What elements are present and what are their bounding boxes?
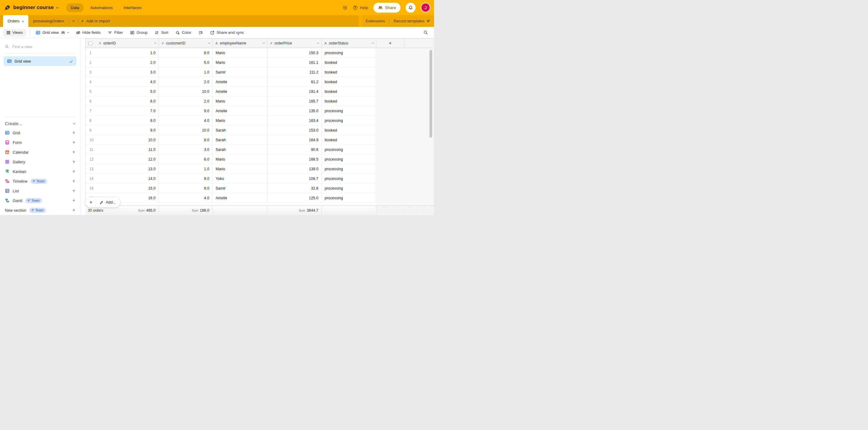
cell-employeeName[interactable]: Mario: [213, 116, 267, 125]
cell-employeeName[interactable]: Mario: [213, 164, 267, 174]
select-all-checkbox[interactable]: [89, 41, 92, 45]
cell-orderPrice[interactable]: 168.5: [267, 154, 322, 164]
cell-orderPrice[interactable]: 165.7: [267, 96, 322, 106]
create-item-grid[interactable]: Grid +: [0, 128, 80, 138]
add-view-button[interactable]: +: [72, 207, 75, 213]
help-button[interactable]: Help: [353, 5, 368, 10]
cell-orderStatus[interactable]: booked: [322, 87, 376, 96]
cell-orderID[interactable]: 2 2.0: [86, 58, 159, 67]
column-header-orderID[interactable]: # orderID: [85, 39, 159, 48]
cell-orderStatus[interactable]: booked: [322, 58, 376, 67]
avatar[interactable]: J: [421, 3, 430, 12]
cell-orderStatus[interactable]: booked: [322, 135, 376, 145]
column-header-orderStatus[interactable]: A orderStatus: [322, 39, 376, 48]
cell-customerID[interactable]: 10.0: [159, 125, 213, 135]
create-item-form[interactable]: Form +: [0, 138, 80, 147]
cell-employeeName[interactable]: Sarah: [213, 125, 267, 135]
cell-orderStatus[interactable]: booked: [322, 67, 376, 77]
cell-employeeName[interactable]: Yoko: [213, 174, 267, 183]
cell-orderID[interactable]: 12 12.0: [86, 154, 159, 164]
tab-data[interactable]: Data: [66, 3, 84, 12]
add-view-button[interactable]: +: [72, 140, 75, 145]
create-item-gantt[interactable]: Gantt Team +: [0, 196, 80, 205]
cell-customerID[interactable]: 1.0: [159, 164, 213, 174]
tab-interfaces[interactable]: Interfaces: [119, 3, 146, 12]
add-view-button[interactable]: +: [72, 159, 75, 165]
cell-orderPrice[interactable]: 161.1: [267, 58, 322, 67]
chevron-down-icon[interactable]: [208, 42, 210, 44]
cell-employeeName[interactable]: Samir: [213, 67, 267, 77]
cell-orderStatus[interactable]: processing: [322, 154, 376, 164]
share-and-sync-button[interactable]: Share and sync: [208, 29, 246, 36]
column-header-employeeName[interactable]: A employeeName: [213, 39, 267, 48]
cell-orderStatus[interactable]: processing: [322, 193, 376, 203]
find-view-search[interactable]: [5, 42, 75, 51]
sort-button[interactable]: Sort: [152, 29, 170, 36]
vertical-scrollbar[interactable]: [430, 50, 432, 138]
tab-orders[interactable]: Orders: [3, 15, 28, 27]
cell-customerID[interactable]: 2.0: [159, 77, 213, 86]
cell-orderID[interactable]: 13 13.0: [86, 164, 159, 174]
cell-orderID[interactable]: 14 14.0: [86, 174, 159, 183]
cell-orderPrice[interactable]: 191.4: [267, 87, 322, 96]
cell-customerID[interactable]: 5.0: [159, 58, 213, 67]
add-view-button[interactable]: +: [72, 188, 75, 194]
cell-customerID[interactable]: 8.0: [159, 48, 213, 57]
cell-orderPrice[interactable]: 125.0: [267, 193, 322, 203]
cell-orderID[interactable]: 6 6.0: [86, 96, 159, 106]
create-item-timeline[interactable]: Timeline Team +: [0, 176, 80, 186]
tab-automations[interactable]: Automations: [86, 3, 117, 12]
cell-orderStatus[interactable]: processing: [322, 116, 376, 125]
history-icon[interactable]: [342, 5, 348, 10]
color-button[interactable]: Color: [173, 29, 193, 36]
tab-processing-orders[interactable]: processingOrders: [28, 19, 69, 23]
cell-orderStatus[interactable]: processing: [322, 164, 376, 174]
cell-orderID[interactable]: 9 9.0: [86, 125, 159, 135]
add-view-button[interactable]: +: [72, 178, 75, 184]
cell-orderID[interactable]: 5 5.0: [86, 87, 159, 96]
column-header-orderPrice[interactable]: # orderPrice: [267, 39, 322, 48]
group-button[interactable]: Group: [128, 29, 150, 36]
hide-fields-button[interactable]: Hide fields: [74, 29, 103, 36]
share-button[interactable]: Share: [373, 3, 401, 13]
views-button[interactable]: Views: [3, 29, 26, 36]
cell-employeeName[interactable]: Amelie: [213, 77, 267, 86]
base-switcher[interactable]: beginner course: [4, 4, 58, 11]
cell-orderID[interactable]: 3 3.0: [86, 67, 159, 77]
filter-button[interactable]: Filter: [105, 29, 125, 36]
cell-customerID[interactable]: 4.0: [159, 116, 213, 125]
notifications-button[interactable]: [406, 3, 415, 13]
row-height-button[interactable]: [196, 29, 205, 36]
add-view-button[interactable]: +: [72, 169, 75, 174]
create-item-kanban[interactable]: Kanban +: [0, 167, 80, 176]
sidebar-view-grid-view[interactable]: Grid view: [4, 56, 76, 66]
sum-customerID[interactable]: Sum 166.0: [192, 208, 209, 212]
column-header-customerID[interactable]: # customerID: [159, 39, 213, 48]
cell-orderPrice[interactable]: 164.9: [267, 135, 322, 145]
cell-customerID[interactable]: 8.0: [159, 135, 213, 145]
ai-add-button[interactable]: Add...: [99, 200, 116, 204]
cell-orderStatus[interactable]: booked: [322, 125, 376, 135]
cell-orderID[interactable]: 10 10.0: [86, 135, 159, 145]
cell-employeeName[interactable]: Sarah: [213, 135, 267, 145]
cell-customerID[interactable]: 9.0: [159, 174, 213, 183]
chevron-down-icon[interactable]: [56, 6, 59, 8]
cell-orderPrice[interactable]: 150.3: [267, 48, 322, 57]
cell-customerID[interactable]: 9.0: [159, 183, 213, 193]
cell-orderStatus[interactable]: processing: [322, 48, 376, 57]
add-record-button[interactable]: +: [89, 200, 92, 205]
cell-orderStatus[interactable]: processing: [322, 106, 376, 116]
add-view-button[interactable]: +: [72, 198, 75, 203]
cell-employeeName[interactable]: Amelie: [213, 106, 267, 116]
chevron-down-icon[interactable]: [317, 42, 319, 44]
cell-employeeName[interactable]: Amelie: [213, 87, 267, 96]
cell-orderID[interactable]: 8 8.0: [86, 116, 159, 125]
chevron-down-icon[interactable]: [73, 122, 75, 124]
cell-orderPrice[interactable]: 32.6: [267, 183, 322, 193]
cell-orderPrice[interactable]: 153.0: [267, 125, 322, 135]
sum-orderID[interactable]: Sum 465.0: [138, 208, 156, 212]
cell-employeeName[interactable]: Mario: [213, 154, 267, 164]
cell-customerID[interactable]: 6.0: [159, 154, 213, 164]
cell-orderStatus[interactable]: processing: [322, 145, 376, 154]
add-view-button[interactable]: +: [72, 149, 75, 155]
